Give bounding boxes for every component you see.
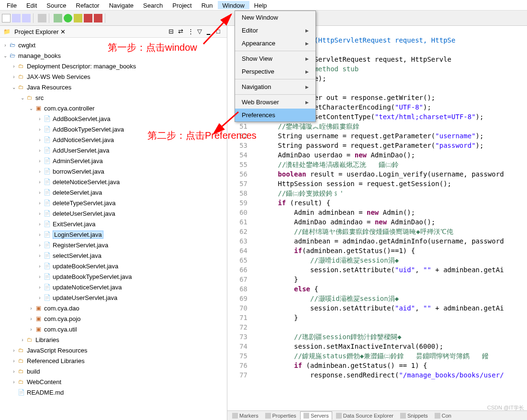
tree-item[interactable]: ›📄AddBookTypeServlet.java — [0, 124, 227, 134]
caret-icon[interactable]: › — [28, 315, 34, 322]
run-icon[interactable] — [64, 14, 72, 22]
tree-item[interactable]: ⌄🗁manage_books — [0, 50, 227, 61]
tree-item[interactable]: ›🗁cwglxt — [0, 40, 227, 50]
ext-tools-icon[interactable] — [94, 14, 102, 22]
menu-search[interactable]: Search — [138, 1, 168, 9]
bottom-tab-markers[interactable]: Markers — [229, 412, 261, 420]
caret-icon[interactable]: › — [11, 347, 17, 354]
tree-item[interactable]: ›🗀Referenced Libraries — [0, 355, 227, 366]
bottom-tab-snippets[interactable]: Snippets — [397, 412, 431, 420]
tree-item[interactable]: ›🗀JAX-WS Web Services — [0, 71, 227, 82]
caret-icon[interactable]: › — [36, 147, 43, 154]
menu-window[interactable]: Window — [218, 1, 249, 9]
menu-item-show-view[interactable]: Show View▶ — [235, 52, 315, 65]
menu-project[interactable]: Project — [168, 1, 196, 9]
save-icon[interactable] — [12, 14, 21, 22]
view-menu-icon[interactable]: ▽ — [197, 28, 205, 35]
tree-item[interactable]: ›📄deleteServlet.java — [0, 187, 227, 198]
tree-item[interactable]: ›📄AddBookServlet.java — [0, 113, 227, 124]
tree-item[interactable]: ⌄🗀Java Resources — [0, 82, 227, 92]
tree-item[interactable]: ›▣com.cya.util — [0, 324, 227, 334]
menu-item-navigation[interactable]: Navigation▶ — [235, 80, 315, 93]
tree-item[interactable]: ›▣com.cya.dao — [0, 303, 227, 313]
menu-item-new-window[interactable]: New Window — [235, 11, 315, 24]
tree-item[interactable]: ›📄deleteNoticeServlet.java — [0, 177, 227, 187]
menu-item-editor[interactable]: Editor▶ — [235, 24, 315, 37]
menu-refactor[interactable]: Refactor — [71, 1, 104, 9]
caret-icon[interactable]: › — [2, 42, 9, 48]
caret-icon[interactable]: › — [11, 368, 17, 375]
minimize-icon[interactable]: ‗ — [207, 28, 214, 35]
caret-icon[interactable]: › — [36, 199, 43, 206]
menu-item-appearance[interactable]: Appearance▶ — [235, 37, 315, 50]
tree-item[interactable]: ›📄RegisterServlet.java — [0, 240, 227, 250]
caret-icon[interactable]: › — [36, 189, 43, 196]
menu-item-preferences[interactable]: Preferences — [235, 109, 315, 122]
tree-item[interactable]: ›📄deleteUserServlet.java — [0, 208, 227, 219]
link-editor-icon[interactable]: ⇄ — [178, 28, 186, 35]
new-icon[interactable] — [2, 14, 11, 22]
caret-icon[interactable]: › — [19, 336, 26, 343]
tree-item[interactable]: ›📄AddUserServlet.java — [0, 145, 227, 155]
tree-item[interactable]: ⌄▣com.cya.controller — [0, 103, 227, 113]
tree-item[interactable]: ›📄updateUserServlet.java — [0, 292, 227, 303]
caret-icon[interactable]: ⌄ — [11, 84, 17, 90]
caret-icon[interactable]: › — [36, 210, 43, 217]
tree-item[interactable]: ›🗀Libraries — [0, 334, 227, 345]
coverage-icon[interactable] — [74, 14, 82, 22]
tree-item[interactable]: 📄README.md — [0, 387, 227, 398]
menu-help[interactable]: Help — [249, 1, 272, 9]
collapse-all-icon[interactable]: ⊟ — [168, 28, 176, 35]
caret-icon[interactable]: › — [36, 157, 43, 164]
caret-icon[interactable]: › — [11, 357, 17, 364]
caret-icon[interactable]: › — [36, 178, 43, 185]
tree-item[interactable]: ›📄updateBookServlet.java — [0, 261, 227, 271]
tree-item[interactable]: ⌄🗀src — [0, 92, 227, 103]
tree-item[interactable]: ›▣com.cya.pojo — [0, 313, 227, 324]
caret-icon[interactable]: › — [28, 326, 34, 332]
caret-icon[interactable]: ⌄ — [28, 105, 34, 111]
caret-icon[interactable]: › — [36, 242, 43, 248]
bottom-tab-properties[interactable]: Properties — [262, 412, 299, 420]
caret-icon[interactable] — [11, 389, 17, 396]
tree-item[interactable]: ›📄updateNoticeServlet.java — [0, 282, 227, 292]
tree-item[interactable]: ›📄AdminServlet.java — [0, 155, 227, 166]
bottom-tab-servers[interactable]: Servers — [300, 411, 332, 420]
caret-icon[interactable]: › — [36, 168, 43, 175]
tree-item[interactable]: ›🗀build — [0, 366, 227, 376]
caret-icon[interactable]: › — [36, 294, 43, 301]
tree-item[interactable]: ›📄LoginServlet.java — [0, 229, 227, 240]
caret-icon[interactable]: › — [28, 305, 34, 311]
filter-icon[interactable]: ⋮ — [188, 28, 195, 35]
caret-icon[interactable]: › — [36, 231, 43, 238]
menu-item-perspective[interactable]: Perspective▶ — [235, 65, 315, 78]
caret-icon[interactable]: ⌄ — [2, 52, 9, 59]
caret-icon[interactable]: › — [36, 273, 43, 280]
tree-item[interactable]: ›🗀Deployment Descriptor: manage_books — [0, 61, 227, 71]
caret-icon[interactable]: › — [36, 221, 43, 227]
caret-icon[interactable]: › — [11, 63, 17, 69]
maximize-icon[interactable]: □ — [216, 28, 224, 35]
tree-item[interactable]: ›📄updateBookTypeServlet.java — [0, 271, 227, 282]
tree-item[interactable]: ›🗀JavaScript Resources — [0, 345, 227, 355]
caret-icon[interactable]: › — [36, 136, 43, 143]
run-last-icon[interactable] — [84, 14, 92, 22]
tree-item[interactable]: ›📄borrowServlet.java — [0, 166, 227, 177]
caret-icon[interactable]: ⌄ — [19, 94, 26, 101]
caret-icon[interactable]: › — [36, 252, 43, 259]
caret-icon[interactable]: › — [36, 126, 43, 133]
save-all-icon[interactable] — [22, 14, 31, 22]
menu-item-web-browser[interactable]: Web Browser▶ — [235, 96, 315, 109]
tree-item[interactable]: ›📄deleteTypeServlet.java — [0, 198, 227, 208]
bottom-tab-data-source-explorer[interactable]: Data Source Explorer — [333, 412, 396, 420]
caret-icon[interactable]: › — [11, 73, 17, 80]
tree-item[interactable]: ›📄selectServlet.java — [0, 250, 227, 261]
tree-item[interactable]: ›📄ExitServlet.java — [0, 219, 227, 229]
caret-icon[interactable]: › — [36, 263, 43, 269]
debug-icon[interactable] — [54, 14, 62, 22]
menu-source[interactable]: Source — [42, 1, 71, 9]
tree-item[interactable]: ›📄AddNoticeServlet.java — [0, 134, 227, 145]
caret-icon[interactable]: › — [36, 115, 43, 122]
build-icon[interactable] — [38, 14, 46, 22]
menu-file[interactable]: File — [2, 1, 22, 9]
